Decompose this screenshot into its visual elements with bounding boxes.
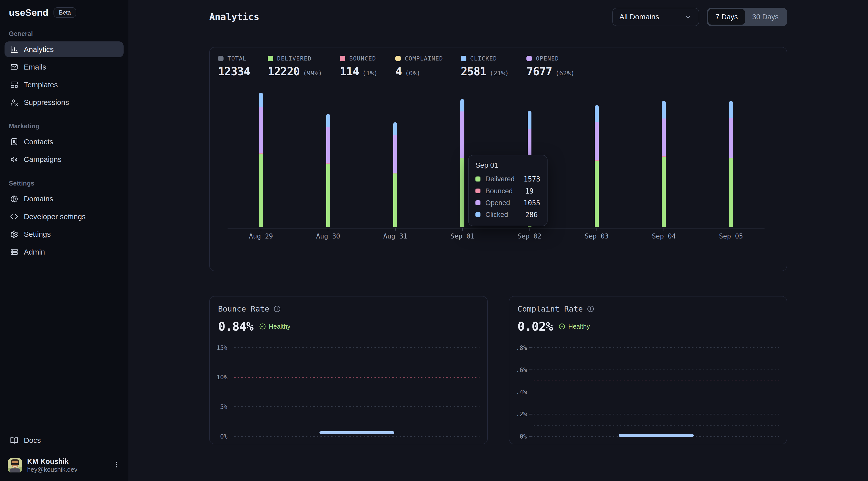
bar-segment-opened xyxy=(729,118,733,158)
bar-segment-clicked xyxy=(528,111,531,129)
tooltip-row: Bounced19 xyxy=(475,185,540,197)
rate-line xyxy=(319,431,394,434)
rate-line xyxy=(619,434,694,437)
y-axis-label: .6% xyxy=(509,366,527,374)
bar-segment-opened xyxy=(259,107,263,153)
y-axis-label: .4% xyxy=(509,388,527,396)
sidebar-item-docs[interactable]: Docs xyxy=(4,432,124,449)
y-axis-tick xyxy=(529,392,532,392)
x-axis-label: Sep 05 xyxy=(706,232,756,240)
sidebar-item-templates[interactable]: Templates xyxy=(4,77,124,93)
x-axis-tick xyxy=(663,228,664,231)
bar-sep-04[interactable] xyxy=(662,101,665,227)
y-axis-label: 0% xyxy=(509,432,527,440)
chevron-down-icon xyxy=(684,13,692,21)
grid-line xyxy=(234,436,479,437)
x-axis-line xyxy=(227,228,765,228)
sidebar-item-settings[interactable]: Settings xyxy=(4,226,124,242)
x-axis-tick xyxy=(596,228,597,231)
bar-segment-clicked xyxy=(662,101,665,119)
server-icon xyxy=(10,248,18,256)
user-email: hey@koushik.dev xyxy=(27,466,78,474)
ellipsis-vertical-icon[interactable] xyxy=(113,460,120,471)
user-name: KM Koushik xyxy=(27,457,78,466)
bar-sep-01[interactable] xyxy=(460,99,464,227)
contact-book-icon xyxy=(10,137,18,146)
sidebar-item-label: Analytics xyxy=(24,45,54,54)
gear-icon xyxy=(10,230,18,238)
sidebar: useSend Beta GeneralAnalyticsEmailsTempl… xyxy=(0,0,128,481)
user-info: KM Koushik hey@koushik.dev xyxy=(27,457,78,474)
sidebar-item-label: Emails xyxy=(24,63,46,71)
sidebar-item-emails[interactable]: Emails xyxy=(4,59,124,75)
sidebar-item-label: Suppressions xyxy=(24,98,69,107)
sidebar-item-campaigns[interactable]: Campaigns xyxy=(4,151,124,167)
sidebar-item-developer-settings[interactable]: Developer settings xyxy=(4,209,124,225)
complaint-rate-card: Complaint Rate 0.02% Healthy .8%.6%.4%.2… xyxy=(509,296,787,444)
docs-label: Docs xyxy=(24,436,41,445)
bar-aug-31[interactable] xyxy=(393,122,397,227)
bar-chart-icon xyxy=(10,45,18,54)
globe-icon xyxy=(10,195,18,203)
app-logo: useSend xyxy=(9,7,49,18)
sidebar-item-suppressions[interactable]: Suppressions xyxy=(4,94,124,110)
x-axis-tick xyxy=(328,228,328,231)
bar-segment-opened xyxy=(393,135,397,173)
sidebar-footer: Docs KM Ko xyxy=(0,432,128,481)
x-axis-label: Aug 31 xyxy=(370,232,420,240)
tooltip-row: Delivered1573 xyxy=(475,173,540,185)
y-axis-tick xyxy=(529,370,532,370)
grid-line xyxy=(534,347,779,348)
sidebar-item-analytics[interactable]: Analytics xyxy=(4,41,124,58)
domain-filter-value: All Domains xyxy=(619,12,659,21)
page-title: Analytics xyxy=(209,11,259,22)
grid-line xyxy=(534,414,779,414)
sidebar-item-label: Admin xyxy=(24,248,45,256)
sidebar-item-admin[interactable]: Admin xyxy=(4,244,124,260)
sidebar-item-label: Domains xyxy=(24,195,53,203)
tooltip-row: Opened1055 xyxy=(475,197,540,209)
sidebar-item-label: Developer settings xyxy=(24,213,86,221)
grid-line xyxy=(534,425,779,425)
x-axis-label: Sep 02 xyxy=(504,232,554,240)
x-axis-tick xyxy=(261,228,261,231)
grid-line xyxy=(534,381,779,381)
bar-aug-29[interactable] xyxy=(259,93,263,227)
range-7-days[interactable]: 7 Days xyxy=(708,9,745,25)
tooltip-title: Sep 01 xyxy=(475,160,540,170)
tooltip-label: Clicked xyxy=(486,211,520,219)
x-axis-tick xyxy=(462,228,463,231)
range-30-days[interactable]: 30 Days xyxy=(745,9,786,25)
chart-tooltip: Sep 01 Delivered1573Bounced19Opened1055C… xyxy=(468,155,547,226)
y-axis-label: .2% xyxy=(509,411,527,418)
user-card[interactable]: KM Koushik hey@koushik.dev xyxy=(4,454,124,477)
x-axis-label: Aug 29 xyxy=(236,232,286,240)
sidebar-item-domains[interactable]: Domains xyxy=(4,191,124,207)
bar-sep-05[interactable] xyxy=(729,101,733,227)
x-axis-tick xyxy=(731,228,731,231)
tooltip-row: Clicked286 xyxy=(475,209,540,221)
book-open-icon xyxy=(10,436,18,445)
bar-segment-delivered xyxy=(393,173,397,227)
tooltip-swatch xyxy=(475,189,480,194)
bar-segment-delivered xyxy=(595,161,598,227)
section-label-marketing: Marketing xyxy=(4,123,124,130)
sidebar-item-contacts[interactable]: Contacts xyxy=(4,134,124,150)
bounce-rate-chart: 15%10%5%0% xyxy=(210,296,487,444)
y-axis-tick xyxy=(529,414,532,414)
sidebar-item-label: Campaigns xyxy=(24,155,62,164)
bar-aug-30[interactable] xyxy=(326,114,330,227)
sidebar-item-label: Contacts xyxy=(24,137,53,146)
bar-sep-03[interactable] xyxy=(595,105,598,227)
y-axis-tick xyxy=(529,347,532,348)
user-x-icon xyxy=(10,98,18,107)
grid-line xyxy=(234,347,479,348)
domain-filter-select[interactable]: All Domains xyxy=(612,8,699,26)
bar-segment-clicked xyxy=(393,122,397,135)
bar-segment-clicked xyxy=(729,101,733,118)
bar-segment-delivered xyxy=(662,157,665,227)
tooltip-swatch xyxy=(475,212,480,217)
x-axis-label: Sep 04 xyxy=(639,232,689,240)
grid-line xyxy=(534,370,779,370)
section-label-settings: Settings xyxy=(4,180,124,187)
